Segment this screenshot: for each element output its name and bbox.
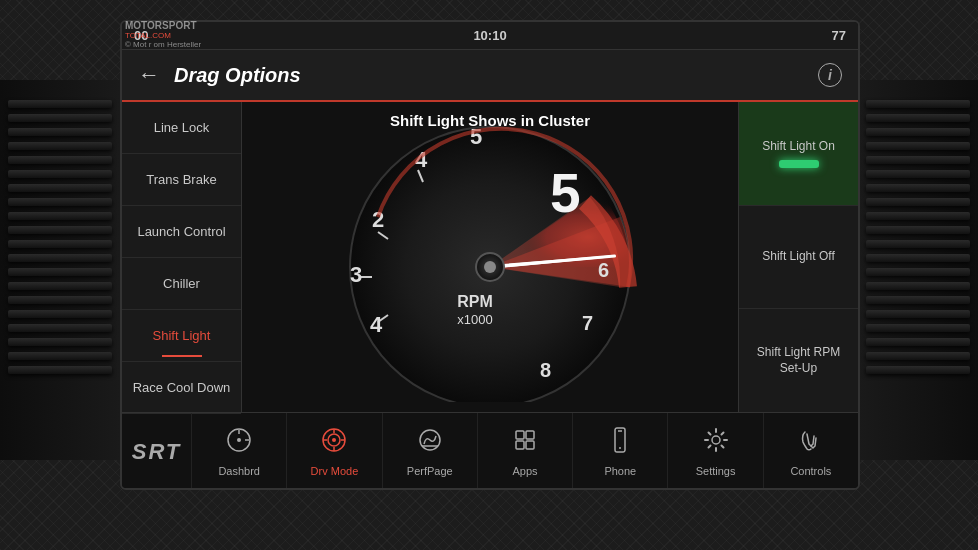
right-item-shift-light-off[interactable]: Shift Light Off (739, 206, 858, 310)
vent-slat (8, 184, 112, 192)
page-title: Drag Options (174, 64, 301, 87)
shift-light-rpm-setup-label: Shift Light RPM Set-Up (747, 345, 850, 376)
watermark-brand: MOTORSPORT (125, 20, 201, 31)
vent-slat (866, 352, 970, 360)
nav-item-drv-mode[interactable]: Drv Mode (287, 413, 382, 490)
watermark: MOTORSPORT TOTAL.COM © Mot r om Herstell… (125, 20, 201, 49)
svg-text:6: 6 (598, 259, 609, 281)
sidebar-item-trans-brake[interactable]: Trans Brake (122, 154, 241, 206)
sidebar-item-race-cool-down[interactable]: Race Cool Down (122, 362, 241, 414)
svg-text:RPM: RPM (457, 293, 493, 310)
green-indicator (779, 160, 819, 168)
vent-slat (866, 128, 970, 136)
vent-slat (866, 198, 970, 206)
shift-light-on-label: Shift Light On (762, 139, 835, 155)
vent-slat (8, 198, 112, 206)
back-button[interactable]: ← (138, 62, 160, 88)
svg-rect-34 (526, 431, 534, 439)
sidebar-label-chiller: Chiller (163, 276, 200, 291)
apps-icon (511, 426, 539, 461)
sidebar-label-line-lock: Line Lock (154, 120, 210, 135)
nav-item-apps[interactable]: Apps (478, 413, 573, 490)
vent-slat (8, 366, 112, 374)
controls-label: Controls (790, 465, 831, 477)
nav-item-settings[interactable]: Settings (668, 413, 763, 490)
shift-light-off-label: Shift Light Off (762, 249, 835, 265)
srt-text: SRT (132, 439, 182, 465)
vent-slat (8, 226, 112, 234)
vent-slat (866, 310, 970, 318)
vent-slat (866, 212, 970, 220)
svg-text:7: 7 (582, 312, 593, 334)
settings-label: Settings (696, 465, 736, 477)
svg-point-21 (237, 438, 241, 442)
vent-left (0, 80, 120, 460)
vent-slat (8, 212, 112, 220)
vent-slat (8, 254, 112, 262)
svg-text:4: 4 (370, 312, 383, 337)
sidebar-item-line-lock[interactable]: Line Lock (122, 102, 241, 154)
sidebar: Line Lock Trans Brake Launch Control Chi… (122, 102, 242, 412)
vent-right (858, 80, 978, 460)
sidebar-item-shift-light[interactable]: Shift Light (122, 310, 241, 362)
vent-slat (8, 282, 112, 290)
sidebar-label-race-cool-down: Race Cool Down (133, 380, 231, 395)
svg-point-39 (619, 447, 621, 449)
sidebar-label-trans-brake: Trans Brake (146, 172, 216, 187)
vent-slat (866, 366, 970, 374)
svg-text:3: 3 (350, 262, 362, 287)
nav-item-phone[interactable]: Phone (573, 413, 668, 490)
nav-item-dashbrd[interactable]: Dashbrd (192, 413, 287, 490)
watermark-copy: © Mot r om Hersteller (125, 40, 201, 49)
vent-slat (866, 142, 970, 150)
vent-slat (866, 324, 970, 332)
vent-slat (866, 338, 970, 346)
svg-point-19 (484, 261, 496, 273)
top-bar: 00 10:10 77 (122, 22, 858, 50)
svg-point-40 (712, 436, 720, 444)
watermark-site: TOTAL.COM (125, 31, 201, 40)
drv-mode-label: Drv Mode (311, 465, 359, 477)
right-item-shift-light-on[interactable]: Shift Light On (739, 102, 858, 206)
svg-point-26 (332, 438, 336, 442)
sidebar-label-shift-light: Shift Light (153, 328, 211, 343)
vent-slat (8, 268, 112, 276)
vent-slat (866, 268, 970, 276)
nav-item-perfpage[interactable]: PerfPage (383, 413, 478, 490)
vent-slat (866, 184, 970, 192)
perfpage-icon (416, 426, 444, 461)
tachometer-svg: 2 3 4 4 5 5 6 7 8 RPM x1000 (320, 112, 660, 402)
vent-slat (866, 282, 970, 290)
bottom-nav: SRT Dashbrd (122, 412, 858, 490)
dashbrd-label: Dashbrd (218, 465, 260, 477)
vent-slat (866, 170, 970, 178)
vent-slat (866, 240, 970, 248)
main-background: MOTORSPORT TOTAL.COM © Mot r om Herstell… (0, 0, 978, 550)
vent-slat (8, 114, 112, 122)
vent-slat (8, 338, 112, 346)
svg-rect-36 (526, 441, 534, 449)
vent-slat (866, 114, 970, 122)
vent-slat (866, 100, 970, 108)
apps-label: Apps (512, 465, 537, 477)
page-header: ← Drag Options i (122, 50, 858, 102)
vent-slat (866, 156, 970, 164)
right-item-shift-light-rpm-setup[interactable]: Shift Light RPM Set-Up (739, 309, 858, 412)
right-panel: Shift Light On Shift Light Off Shift Lig… (738, 102, 858, 412)
vent-slat (8, 352, 112, 360)
nav-item-controls[interactable]: Controls (764, 413, 858, 490)
sidebar-item-launch-control[interactable]: Launch Control (122, 206, 241, 258)
info-button[interactable]: i (818, 63, 842, 87)
srt-logo: SRT (122, 413, 192, 490)
vent-slat (8, 296, 112, 304)
vent-slat (866, 226, 970, 234)
svg-text:5: 5 (550, 162, 581, 224)
tachometer-area: Shift Light Shows in Cluster (242, 102, 738, 412)
svg-rect-33 (516, 431, 524, 439)
top-bar-right-value: 77 (832, 28, 846, 43)
svg-rect-35 (516, 441, 524, 449)
sidebar-label-launch-control: Launch Control (137, 224, 225, 239)
perfpage-label: PerfPage (407, 465, 453, 477)
sidebar-item-chiller[interactable]: Chiller (122, 258, 241, 310)
phone-label: Phone (604, 465, 636, 477)
